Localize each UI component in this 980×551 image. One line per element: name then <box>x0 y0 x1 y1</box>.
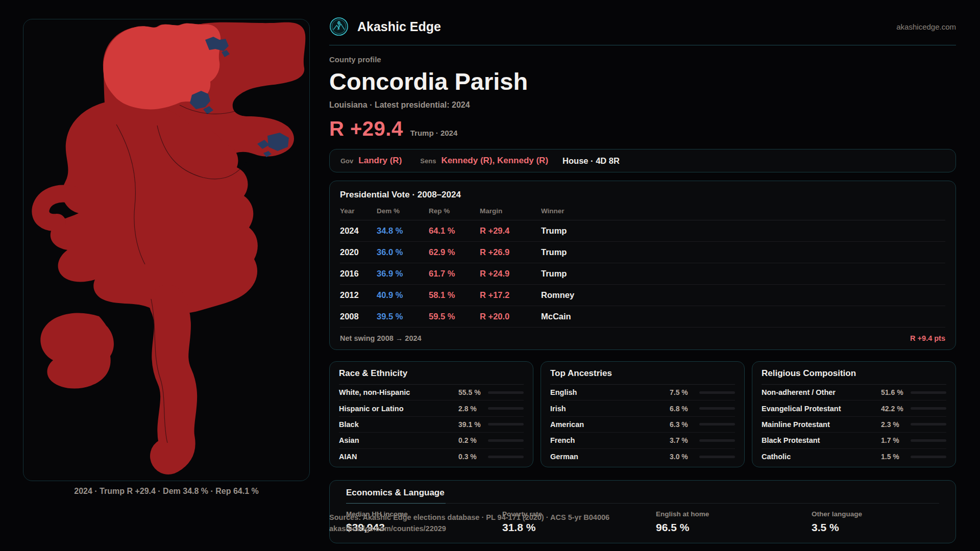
stat-row: Hispanic or Latino 2.8 % <box>339 400 524 416</box>
stat-row: Irish 6.8 % <box>550 400 735 416</box>
stat-bar <box>488 423 524 425</box>
akashic-emblem-icon <box>329 17 349 36</box>
page-subtitle: Louisiana · Latest presidential: 2024 <box>329 101 956 110</box>
net-swing-label: Net swing 2008 → 2024 <box>340 334 422 342</box>
stat-bar <box>699 423 735 425</box>
county-profile-content: Akashic Edge akashicedge.com County prof… <box>329 0 956 543</box>
col-rep: Rep % <box>429 207 480 215</box>
presidential-vote-panel: Presidential Vote · 2008–2024 Year Dem %… <box>329 181 956 350</box>
stat-other-language: Other language 3.5 % <box>812 510 939 534</box>
stat-bar <box>488 439 524 442</box>
stat-row: Catholic 1.5 % <box>762 449 946 465</box>
stat-bar <box>699 456 735 458</box>
sens-label: Sens <box>420 157 436 165</box>
race-ethnicity-title: Race & Ethnicity <box>339 368 524 379</box>
officials-strip: Gov Landry (R) Sens Kennedy (R), Kennedy… <box>329 149 956 172</box>
sources-line: Sources: Akashic Edge elections database… <box>329 513 609 521</box>
religion-title: Religious Composition <box>762 368 946 379</box>
sens-names: Kennedy (R), Kennedy (R) <box>441 156 548 166</box>
race-ethnicity-panel: Race & Ethnicity White, non-Hispanic 55.… <box>329 361 533 467</box>
headline-margin-context: Trump · 2024 <box>410 129 458 137</box>
net-swing-row: Net swing 2008 → 2024 R +9.4 pts <box>340 328 945 342</box>
table-row: 2024 34.8 % 64.1 % R +29.4 Trump <box>340 220 945 242</box>
gov-name: Landry (R) <box>358 156 402 166</box>
stat-bar <box>699 439 735 442</box>
stat-bar <box>911 456 946 458</box>
table-row: 2016 36.9 % 61.7 % R +24.9 Trump <box>340 263 945 285</box>
table-row: 2008 39.5 % 59.5 % R +20.0 McCain <box>340 306 945 328</box>
county-url[interactable]: akashicedge.com/counties/22029 <box>329 523 609 534</box>
economics-title: Economics & Language <box>346 488 939 498</box>
stat-bar <box>911 423 946 425</box>
table-header: Year Dem % Rep % Margin Winner <box>340 207 945 220</box>
stat-bar <box>911 391 946 394</box>
stat-row: German 3.0 % <box>550 449 735 465</box>
brand-title[interactable]: Akashic Edge <box>357 19 441 34</box>
stat-bar <box>488 456 524 458</box>
house-delegation: House · 4D 8R <box>562 156 620 166</box>
stat-english-at-home: English at home 96.5 % <box>656 510 812 534</box>
site-domain-link[interactable]: akashicedge.com <box>896 22 956 31</box>
stat-row: Non-adherent / Other 51.6 % <box>762 385 946 400</box>
stat-bar <box>911 439 946 442</box>
county-map-card[interactable] <box>23 19 310 481</box>
net-swing-value: R +9.4 pts <box>910 334 945 342</box>
map-caption: 2024 · Trump R +29.4 · Dem 34.8 % · Rep … <box>23 487 310 496</box>
col-year: Year <box>340 207 377 215</box>
sources-footer: Sources: Akashic Edge elections database… <box>329 512 609 535</box>
stat-row: White, non-Hispanic 55.5 % <box>339 385 524 400</box>
stat-row: American 6.3 % <box>550 417 735 433</box>
stat-row: Asian 0.2 % <box>339 433 524 448</box>
stat-row: Black 39.1 % <box>339 417 524 433</box>
headline-margin-row: R +29.4 Trump · 2024 <box>329 117 956 140</box>
col-dem: Dem % <box>377 207 429 215</box>
table-row: 2012 40.9 % 58.1 % R +17.2 Romney <box>340 285 945 306</box>
stat-row: Black Protestant 1.7 % <box>762 433 946 448</box>
col-winner: Winner <box>541 207 945 215</box>
stat-row: French 3.7 % <box>550 433 735 448</box>
gov-label: Gov <box>340 157 353 165</box>
stat-bar <box>488 407 524 410</box>
eyebrow-label: County profile <box>329 55 956 64</box>
stat-bar <box>488 391 524 394</box>
presidential-vote-title: Presidential Vote · 2008–2024 <box>340 190 945 200</box>
religion-panel: Religious Composition Non-adherent / Oth… <box>752 361 956 467</box>
demographic-panels: Race & Ethnicity White, non-Hispanic 55.… <box>329 361 956 467</box>
economics-divider <box>346 503 939 504</box>
stat-row: AIAN 0.3 % <box>339 449 524 465</box>
stat-row: English 7.5 % <box>550 385 735 400</box>
col-margin: Margin <box>480 207 541 215</box>
ancestries-title: Top Ancestries <box>550 368 735 379</box>
stat-row: Mainline Protestant 2.3 % <box>762 417 946 433</box>
page-title: Concordia Parish <box>329 67 956 96</box>
county-map <box>23 19 310 481</box>
stat-row: Evangelical Protestant 42.2 % <box>762 400 946 416</box>
headline-margin-value: R +29.4 <box>329 117 403 140</box>
stat-bar <box>911 407 946 410</box>
table-row: 2020 36.0 % 62.9 % R +26.9 Trump <box>340 242 945 263</box>
stat-bar <box>699 391 735 394</box>
site-header: Akashic Edge akashicedge.com <box>329 0 956 45</box>
ancestries-panel: Top Ancestries English 7.5 % Irish 6.8 %… <box>541 361 745 467</box>
stat-bar <box>699 407 735 410</box>
